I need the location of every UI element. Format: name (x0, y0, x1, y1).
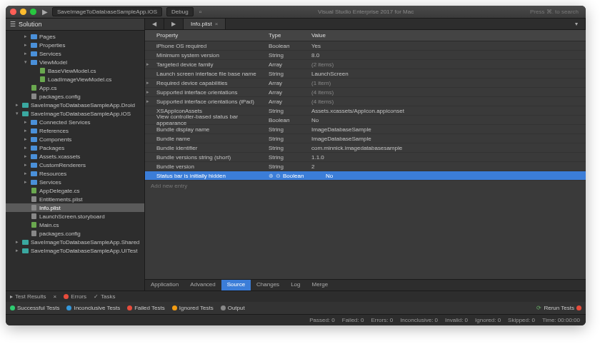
plist-row[interactable]: Bundle identifierStringcom.minnick.image… (145, 143, 586, 153)
filter-pill[interactable]: Successful Tests (10, 305, 59, 311)
nav-back-button[interactable]: ◀ (145, 19, 164, 29)
close-pad-icon[interactable]: × (54, 293, 57, 300)
file-cs-icon (39, 68, 46, 74)
disclosure-icon: ▾ (16, 111, 21, 116)
tree-item[interactable]: ▸Properties (6, 41, 144, 49)
tab-test-results[interactable]: ▸ Test Results (10, 293, 46, 300)
tree-item[interactable]: packages.config (6, 92, 144, 101)
solution-header: ☰Solution (6, 19, 144, 31)
tree-label: Components (39, 136, 71, 143)
stop-icon[interactable] (576, 305, 581, 310)
prop-type: Boolean (283, 173, 326, 179)
document-tabs: ◀ ▶ Info.plist× ▾ (145, 19, 586, 30)
plist-row[interactable]: View controller-based status bar appeara… (145, 116, 586, 125)
folder-teal-icon (21, 111, 29, 116)
empty-area (145, 191, 586, 279)
tree-item[interactable]: AppDelegate.cs (6, 186, 144, 195)
tab-overflow-icon[interactable]: ▾ (568, 19, 586, 29)
tree-label: packages.config (39, 93, 81, 100)
tree-item[interactable]: ▸Services (6, 178, 144, 186)
tree-item[interactable]: Main.cs (6, 221, 144, 229)
plist-row[interactable]: Bundle versionString2 (145, 162, 586, 171)
tree-item[interactable]: BaseViewModel.cs (6, 66, 144, 75)
editor-mode-tab[interactable]: Merge (306, 280, 334, 290)
tree-label: SaveImageToDatabaseSampleApp.iOS (31, 111, 131, 117)
plist-row[interactable]: Bundle nameStringImageDatabaseSample (145, 134, 586, 143)
plist-row[interactable]: Status bar is initially hidden⊕⊖BooleanN… (145, 171, 586, 181)
prop-type: Array (269, 61, 311, 68)
tree-item[interactable]: ▸SaveImageToDatabaseSampleApp.UITest (6, 246, 144, 255)
tree-item[interactable]: ▸CustomRenderers (6, 161, 144, 169)
minimize-icon[interactable] (20, 9, 26, 15)
tree-item[interactable]: ▸SaveImageToDatabaseSampleApp.Droid (6, 101, 144, 109)
remove-icon[interactable]: ⊖ (276, 173, 283, 179)
tab-errors[interactable]: Errors (64, 293, 86, 300)
tree-item[interactable]: LoadImageViewModel.cs (6, 75, 144, 84)
file-plist-icon (30, 93, 37, 99)
status-invalid: Invalid: 0 (445, 317, 468, 323)
plist-row[interactable]: Bundle display nameStringImageDatabaseSa… (145, 125, 586, 134)
prop-type: Array (269, 98, 311, 105)
folder-blue-icon (30, 59, 37, 65)
rerun-button[interactable]: ⟳ Rerun Tests (536, 305, 581, 311)
tree-item[interactable]: ▾ViewModel (6, 58, 144, 66)
tree-item[interactable]: packages.config (6, 229, 144, 238)
tree-item[interactable]: ▸Packages (6, 143, 144, 152)
tree-item[interactable]: ▸Components (6, 135, 144, 143)
prop-key: Launch screen interface file base name (151, 71, 269, 77)
tree-item[interactable]: ▸References (6, 126, 144, 135)
plist-row[interactable]: ▸Required device capabilitiesArray(1 ite… (145, 79, 586, 88)
plist-row[interactable]: Bundle versions string (short)String1.1.… (145, 153, 586, 162)
prop-value: 1.1.0 (311, 154, 586, 161)
add-icon[interactable]: ⊕ (269, 173, 276, 179)
project-selector[interactable]: SaveImageToDatabaseSampleApp.iOS (52, 7, 162, 16)
add-entry-row[interactable]: Add new entry (145, 181, 586, 191)
tree-item[interactable]: ▸Services (6, 49, 144, 58)
editor-mode-tab[interactable]: Advanced (184, 280, 221, 290)
close-tab-icon[interactable]: × (215, 21, 219, 27)
check-icon: ✓ (94, 293, 99, 300)
close-icon[interactable] (10, 9, 16, 15)
editor-mode-tab[interactable]: Changes (251, 280, 285, 290)
tree-item[interactable]: ▸Assets.xcassets (6, 152, 144, 161)
run-button[interactable]: ▶ (42, 8, 48, 16)
filter-pill[interactable]: Ignored Tests (172, 305, 214, 311)
editor-mode-tab[interactable]: Log (285, 280, 306, 290)
disclosure-icon: ▸ (24, 42, 30, 48)
tree-item[interactable]: Info.plist (6, 203, 144, 212)
plist-row[interactable]: ▸Supported interface orientationsArray(4… (145, 88, 586, 97)
config-selector[interactable]: Debug (166, 7, 194, 16)
plist-row[interactable]: ▸Targeted device familyArray(2 items) (145, 60, 586, 69)
status-dot-icon (10, 305, 15, 310)
tree-item[interactable]: ▸SaveImageToDatabaseSampleApp.Shared (6, 238, 144, 246)
tree-item[interactable]: App.cs (6, 84, 144, 92)
prop-type: String (269, 126, 311, 133)
tree-item[interactable]: Entitlements.plist (6, 195, 144, 203)
plist-row[interactable]: Launch screen interface file base nameSt… (145, 69, 586, 79)
filter-pill[interactable]: Inconclusive Tests (66, 305, 120, 311)
tree-item[interactable]: LaunchScreen.storyboard (6, 212, 144, 221)
tab-info-plist[interactable]: Info.plist× (184, 19, 226, 29)
nav-forward-button[interactable]: ▶ (164, 19, 184, 29)
plist-row[interactable]: ▸Supported interface orientations (iPad)… (145, 97, 586, 106)
disclosure-icon: ▸ (145, 80, 151, 86)
tab-tasks[interactable]: ✓Tasks (94, 293, 115, 300)
hamburger-icon[interactable]: ☰ (10, 21, 16, 28)
filter-pill[interactable]: Failed Tests (127, 305, 165, 311)
plist-row[interactable]: iPhone OS requiredBooleanYes (145, 41, 586, 51)
filter-pill[interactable]: Output (221, 305, 245, 311)
tree-item[interactable]: ▸Resources (6, 169, 144, 178)
folder-blue-icon (30, 119, 37, 125)
zoom-icon[interactable] (30, 9, 36, 15)
col-type: Type (269, 32, 311, 39)
editor-mode-tab[interactable]: Application (145, 280, 184, 290)
tree-item[interactable]: ▾SaveImageToDatabaseSampleApp.iOS (6, 109, 144, 118)
plist-row[interactable]: Minimum system versionString8.0 (145, 51, 586, 60)
prop-value: ImageDatabaseSample (311, 136, 586, 142)
tree-label: Resources (39, 171, 66, 177)
disclosure-icon: ▸ (24, 136, 30, 142)
editor-mode-tab[interactable]: Source (221, 280, 251, 290)
tree-item[interactable]: ▸Pages (6, 32, 144, 41)
search-hint[interactable]: Press ⌘. to search (530, 9, 579, 15)
tree-item[interactable]: ▸Connected Services (6, 118, 144, 126)
